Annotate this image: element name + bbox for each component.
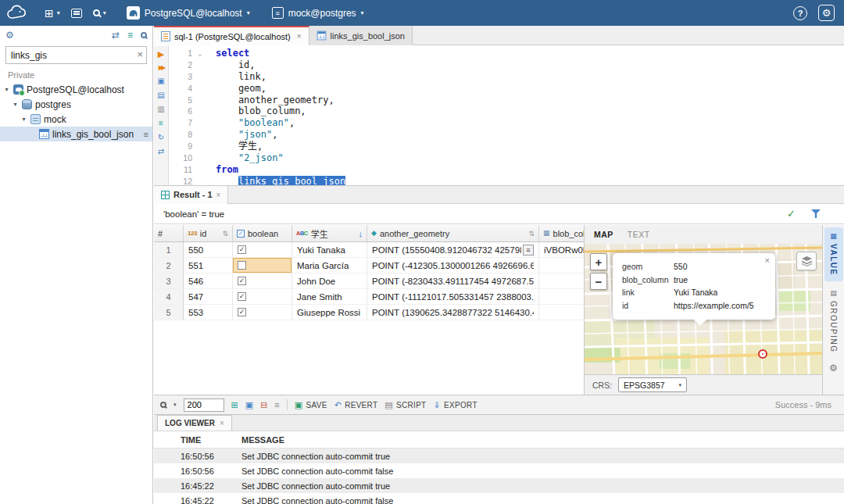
sql-line[interactable]: 3 link, [169, 71, 844, 83]
expander-icon[interactable]: ▾ [12, 101, 19, 108]
geometry-cell[interactable]: POINT (1390625.3428877322 5146430.457427… [367, 305, 539, 320]
edit-value-icon[interactable]: ≡ [274, 401, 279, 409]
table-row[interactable]: 1550✓Yuki TanakaPOINT (15550408.91204673… [154, 242, 584, 258]
sql-line[interactable]: 8 "json", [169, 129, 844, 141]
tab-grouping[interactable]: ▤ GROUPING [824, 284, 843, 358]
layers-button[interactable] [796, 252, 817, 270]
script-button[interactable]: ▤ SCRIPT [384, 401, 426, 409]
close-icon[interactable]: × [216, 191, 221, 199]
sql-line[interactable]: 2 id, [169, 59, 844, 71]
refresh-icon[interactable]: ↻ [158, 134, 164, 141]
connection-selector[interactable]: PostgreSQL@localhost ▾ [120, 3, 257, 23]
tab-value-viewer[interactable]: ▦ VALUE [824, 227, 843, 281]
table-row[interactable]: 4547✓Jane SmithPOINT (-11121017.50533145… [154, 289, 584, 305]
sql-line[interactable]: 5 another_geometry, [169, 95, 844, 106]
column-header-student[interactable]: ABC学生↓ [292, 225, 367, 241]
blob-cell[interactable]: iVBORw0KGgo [539, 242, 584, 257]
panels-menu-icon[interactable]: ⚙ [829, 363, 838, 374]
log-row[interactable]: 16:45:22Set JDBC connection auto-commit … [154, 493, 844, 504]
id-cell[interactable]: 546 [184, 273, 233, 288]
tree-item-schema[interactable]: ▾mock [0, 112, 152, 127]
open-sql-editor-button[interactable] [66, 4, 88, 23]
fold-icon[interactable]: ⌄ [195, 48, 205, 59]
duplicate-row-icon[interactable]: ▣ [245, 401, 253, 409]
blob-cell[interactable] [539, 305, 584, 320]
fetch-icon[interactable] [160, 402, 166, 408]
student-cell[interactable]: Yuki Tanaka [292, 242, 367, 257]
map-canvas[interactable]: + − × geom550blob_columntruelinkYuki Tan… [585, 244, 823, 374]
boolean-cell[interactable]: ✓ [233, 305, 292, 320]
student-cell[interactable]: Maria García [292, 258, 367, 273]
id-cell[interactable]: 551 [184, 258, 233, 273]
tab-result-1[interactable]: Result - 1 × [154, 186, 228, 204]
add-row-icon[interactable]: ⊞ [231, 401, 238, 409]
navigator-search-icon[interactable] [141, 32, 147, 38]
geometry-cell[interactable]: POINT (15550408.912046732 4257980.732...… [367, 242, 539, 257]
statistics-icon[interactable]: ▥ [157, 105, 164, 113]
sql-line[interactable]: 10 "2_json" [169, 152, 844, 164]
column-header-rownum[interactable]: # [154, 225, 184, 241]
id-cell[interactable]: 547 [184, 289, 233, 304]
help-button[interactable]: ? [793, 6, 807, 20]
column-header-blob[interactable]: ▦blob_colu [539, 225, 584, 241]
navigator-filter-input[interactable] [5, 46, 147, 64]
settings-button[interactable]: ⚙ [818, 5, 835, 21]
navigator-settings-icon[interactable]: ⚙ [5, 30, 14, 41]
close-icon[interactable]: × [220, 419, 224, 427]
sql-line[interactable]: 11from [169, 164, 844, 176]
execute-new-tab-icon[interactable]: ▣ [157, 77, 164, 85]
explain-plan-icon[interactable]: ▤ [157, 91, 164, 99]
global-search-button[interactable]: ▾ [88, 4, 112, 23]
blob-cell[interactable] [539, 273, 584, 288]
id-cell[interactable]: 553 [184, 305, 233, 320]
value-menu-button[interactable]: ≡ [523, 245, 534, 256]
tab-log-viewer[interactable]: LOG VIEWER × [157, 415, 232, 431]
tree-item-database[interactable]: ▾postgres [0, 97, 152, 112]
boolean-cell[interactable]: ✓ [233, 242, 292, 257]
boolean-cell[interactable] [233, 258, 292, 273]
expander-icon[interactable]: ▾ [20, 116, 27, 123]
table-row[interactable]: 5553✓Giuseppe RossiPOINT (1390625.342887… [154, 305, 584, 320]
log-row[interactable]: 16:50:56Set JDBC connection auto-commit … [154, 449, 844, 463]
log-row[interactable]: 16:45:22Set JDBC connection auto-commit … [154, 478, 844, 493]
expander-icon[interactable]: ▾ [3, 86, 10, 93]
zoom-out-button[interactable]: − [590, 273, 607, 290]
sort-desc-icon[interactable]: ↓ [359, 229, 363, 238]
student-cell[interactable]: Giuseppe Rossi [292, 305, 367, 320]
sql-code[interactable]: 1⌄select2 id,3 link,4 geom,5 another_geo… [169, 46, 844, 185]
column-header-id[interactable]: 123id⇅ [184, 225, 233, 241]
item-menu-icon[interactable]: ≡ [144, 130, 148, 139]
geometry-cell[interactable]: POINT (-8230433.491117454 4972687.535733… [367, 273, 539, 288]
popup-close-icon[interactable]: × [765, 256, 770, 265]
sql-line[interactable]: 1⌄select [169, 48, 844, 59]
sql-line[interactable]: 12 links_gis_bool_json [169, 176, 844, 185]
zoom-in-button[interactable]: + [590, 253, 607, 270]
database-selector[interactable]: ≡ mock@postgres ▾ [265, 3, 371, 23]
tab-text[interactable]: TEXT [628, 230, 650, 239]
switch-presentation-icon[interactable]: ⇄ [158, 148, 164, 155]
boolean-cell[interactable]: ✓ [233, 273, 292, 288]
sql-line[interactable]: 9 学生, [169, 141, 844, 152]
boolean-cell[interactable]: ✓ [233, 289, 292, 304]
sql-line[interactable]: 4 geom, [169, 83, 844, 95]
result-filter-bar[interactable]: 'boolean' = true ✓ [154, 204, 844, 224]
delete-row-icon[interactable]: ⊟ [260, 401, 267, 409]
table-row[interactable]: 3546✓John DoePOINT (-8230433.491117454 4… [154, 273, 584, 289]
sort-icon[interactable]: ⇅ [222, 230, 228, 238]
export-button[interactable]: ⇓ EXPORT [434, 401, 477, 409]
collapse-all-icon[interactable]: ≡ [127, 30, 133, 41]
student-cell[interactable]: John Doe [292, 273, 367, 288]
tab-sql-editor[interactable]: sql-1 (PostgreSQL@localhost) × [154, 26, 309, 45]
geometry-cell[interactable]: POINT (-11121017.505331457 2388003.73183… [367, 289, 539, 304]
execute-script-icon[interactable]: ▶▶ [159, 65, 163, 71]
sort-icon[interactable]: ⇅ [528, 230, 535, 238]
tab-table-editor[interactable]: links_gis_bool_json [309, 26, 413, 45]
column-header-another_geometry[interactable]: ◆another_geometry⇅ [367, 225, 539, 241]
filter-expression[interactable]: 'boolean' = true [163, 209, 224, 219]
new-object-button[interactable]: ⊞ ▾ [39, 4, 66, 23]
table-row[interactable]: 2551Maria GarcíaPOINT (-412305.130000126… [154, 258, 584, 273]
apply-filter-icon[interactable]: ✓ [787, 208, 796, 220]
tree-item-table[interactable]: links_gis_bool_json≡ [0, 127, 152, 141]
log-row[interactable]: 16:50:56Set JDBC connection auto-commit … [154, 463, 844, 478]
sql-line[interactable]: 7 "boolean", [169, 117, 844, 129]
